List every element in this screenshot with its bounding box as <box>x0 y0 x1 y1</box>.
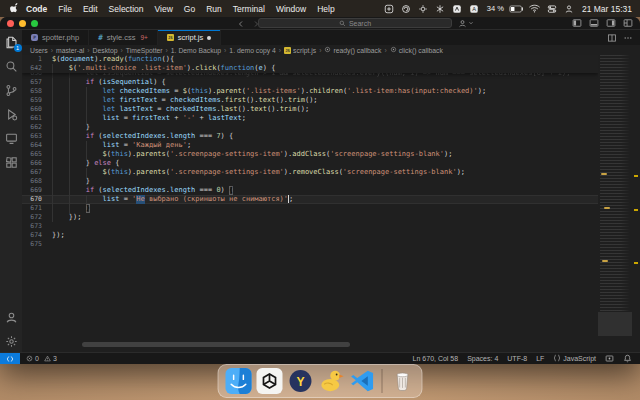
menubar-extra-icons <box>547 3 575 14</box>
sticky-scroll[interactable]: 1$(document).ready(function(){642$('.mul… <box>22 55 598 73</box>
breadcrumb-item-master-al[interactable]: master-al <box>56 47 84 54</box>
encoding[interactable]: UTF-8 <box>507 355 527 362</box>
line-number[interactable]: 656 <box>22 73 42 74</box>
line-number[interactable]: 660 <box>22 105 42 114</box>
finder-dock-icon[interactable] <box>225 368 252 395</box>
menu-item-selection[interactable]: Selection <box>109 4 144 14</box>
line-content: } else { <box>42 159 119 168</box>
battery-icon[interactable] <box>511 3 522 14</box>
profile-button[interactable] <box>458 19 474 28</box>
code-line-665: 665$(this).parents('.screenpage-settings… <box>22 150 598 159</box>
cursor-position[interactable]: Ln 670, Col 58 <box>413 355 459 362</box>
close-window-button[interactable] <box>7 20 14 27</box>
menubar-clock[interactable]: 21 Mar 15:31 <box>582 4 632 14</box>
breadcrumb-item-1-demo-backup[interactable]: 1. Demo Backup <box>171 47 221 54</box>
cast-button[interactable] <box>605 354 614 364</box>
line-number[interactable]: 657 <box>22 78 42 87</box>
apple-icon[interactable] <box>8 3 20 14</box>
menu-item-run[interactable]: Run <box>206 4 222 14</box>
line-content: if (selectedIndexes.length === 0) { <box>42 186 233 195</box>
vscode-dock-icon[interactable] <box>349 368 376 395</box>
user-switch-icon[interactable] <box>564 3 575 14</box>
chatgpt-dock-icon[interactable] <box>256 368 283 395</box>
line-number[interactable]: 665 <box>22 150 42 159</box>
line-number[interactable]: 673 <box>22 222 42 231</box>
split-editor-icon[interactable] <box>607 29 617 47</box>
line-number[interactable]: 667 <box>22 168 42 177</box>
activity-bar-item-explorer-icon[interactable]: 1 <box>4 35 19 50</box>
line-number[interactable]: 666 <box>22 159 42 168</box>
control-center-icon[interactable] <box>547 3 558 14</box>
minimap-slider[interactable] <box>598 312 632 336</box>
code-editor[interactable]: 1$(document).ready(function(){642$('.mul… <box>22 55 640 352</box>
breadcrumb-item-users[interactable]: Users <box>30 47 48 54</box>
breadcrumb-item-timespotter[interactable]: TimeSpotter <box>126 47 163 54</box>
line-number[interactable]: 668 <box>22 177 42 186</box>
line-number[interactable]: 663 <box>22 132 42 141</box>
swirl-app-icon[interactable] <box>401 3 412 14</box>
problems-indicator[interactable]: 0 3 <box>26 355 57 362</box>
notifications-bell[interactable] <box>623 354 632 364</box>
menu-item-code[interactable]: Code <box>26 4 47 14</box>
more-actions-icon[interactable] <box>623 29 633 47</box>
menu-item-go[interactable]: Go <box>184 4 195 14</box>
line-number[interactable]: 658 <box>22 87 42 96</box>
menu-item-view[interactable]: View <box>155 4 173 14</box>
eol[interactable]: LF <box>536 355 544 362</box>
breadcrumb-label: master-al <box>56 47 84 54</box>
minimize-window-button[interactable] <box>19 20 26 27</box>
activity-bar-item-settings-gear-icon[interactable] <box>4 334 19 349</box>
input-source-icon[interactable]: A <box>469 3 480 14</box>
battery-percentage[interactable]: 34 % <box>487 4 504 13</box>
tab-spotter-php[interactable]: Pspotter.php <box>22 30 89 45</box>
breadcrumb-item-click-callback[interactable]: click() callback <box>390 46 443 54</box>
line-number[interactable]: 1 <box>22 55 42 64</box>
line-number[interactable]: 675 <box>22 240 42 249</box>
breadcrumb-item-1-demo-copy-4[interactable]: 1. demo copy 4 <box>229 47 275 54</box>
gear-app-icon[interactable] <box>418 3 429 14</box>
trash-dock-icon[interactable] <box>389 368 416 395</box>
screen-app-icon[interactable] <box>384 3 395 14</box>
editor-actions <box>607 30 640 45</box>
tab-script-js[interactable]: JSscript.js <box>158 30 221 45</box>
activity-bar-item-search-icon[interactable] <box>4 59 19 74</box>
overview-warning-mark <box>634 175 638 177</box>
tab-style-css[interactable]: #style.css9+ <box>89 30 158 45</box>
line-number[interactable]: 642 <box>22 64 42 73</box>
activity-bar-item-run-debug-icon[interactable] <box>4 107 19 122</box>
remote-indicator[interactable] <box>0 353 20 364</box>
activity-bar-item-accounts-icon[interactable] <box>4 310 19 325</box>
line-number[interactable]: 674 <box>22 231 42 240</box>
activity-bar-item-source-control-icon[interactable] <box>4 83 19 98</box>
line-number[interactable]: 659 <box>22 96 42 105</box>
line-number[interactable]: 662 <box>22 123 42 132</box>
command-center-search[interactable]: Search <box>258 18 452 28</box>
dark-app-icon[interactable] <box>452 3 463 14</box>
menu-item-window[interactable]: Window <box>276 4 306 14</box>
horizontal-scrollbar[interactable] <box>82 342 350 347</box>
zoom-window-button[interactable] <box>31 20 38 27</box>
indentation[interactable]: Spaces: 4 <box>467 355 498 362</box>
breadcrumb-item-desktop[interactable]: Desktop <box>93 47 118 54</box>
language-mode[interactable]: JavaScript <box>553 354 596 363</box>
menu-item-help[interactable]: Help <box>317 4 334 14</box>
symbol-icon <box>390 46 397 54</box>
activity-bar-item-extensions-icon[interactable] <box>4 155 19 170</box>
breadcrumb-item-ready-callback[interactable]: ready() callback <box>324 46 381 54</box>
line-number[interactable]: 664 <box>22 141 42 150</box>
line-number[interactable]: 661 <box>22 114 42 123</box>
breadcrumb-item-script-js[interactable]: JSscript.js <box>284 47 316 54</box>
y-app-dock-icon[interactable]: Y <box>287 368 314 395</box>
line-number[interactable]: 671 <box>22 204 42 213</box>
line-number[interactable]: 670 <box>22 195 42 204</box>
cyberduck-dock-icon[interactable] <box>318 368 345 395</box>
line-number[interactable]: 669 <box>22 186 42 195</box>
flower-app-icon[interactable] <box>435 3 446 14</box>
activity-bar-item-remote-explorer-icon[interactable] <box>4 131 19 146</box>
menu-item-file[interactable]: File <box>58 4 72 14</box>
menu-item-edit[interactable]: Edit <box>83 4 98 14</box>
minimap[interactable] <box>598 55 632 352</box>
wifi-icon[interactable] <box>529 3 540 14</box>
menu-item-terminal[interactable]: Terminal <box>233 4 265 14</box>
line-number[interactable]: 672 <box>22 213 42 222</box>
